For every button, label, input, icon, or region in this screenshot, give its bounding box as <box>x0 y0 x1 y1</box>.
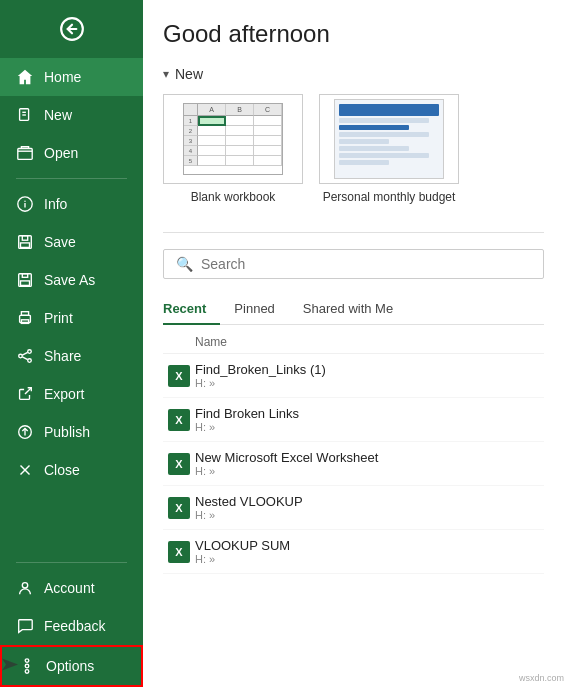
divider-top <box>16 178 127 179</box>
tab-pinned[interactable]: Pinned <box>234 295 288 324</box>
file-name-col-header: Name <box>195 335 544 349</box>
file-item-3[interactable]: New Microsoft Excel Worksheet H: » <box>163 442 544 486</box>
svg-rect-17 <box>21 320 28 324</box>
sidebar-item-options[interactable]: Options <box>0 645 143 687</box>
open-icon <box>16 144 34 162</box>
svg-point-20 <box>19 354 23 358</box>
sidebar-item-publish[interactable]: Publish <box>0 413 143 451</box>
sidebar-item-account-label: Account <box>44 580 95 596</box>
file-excel-icon-5 <box>163 541 195 563</box>
svg-point-19 <box>28 359 32 363</box>
template-budget-label: Personal monthly budget <box>323 190 456 204</box>
sidebar-item-options-label: Options <box>46 658 94 674</box>
svg-rect-5 <box>18 149 32 160</box>
budget-thumb <box>319 94 459 184</box>
budget-header-bar <box>339 104 439 116</box>
svg-line-22 <box>22 357 27 360</box>
file-name-1: Find_Broken_Links (1) <box>195 362 544 377</box>
sidebar-item-open[interactable]: Open <box>0 134 143 172</box>
file-path-4: H: » <box>195 509 544 521</box>
svg-point-29 <box>25 664 29 668</box>
template-blank[interactable]: A B C 1 2 <box>163 94 303 204</box>
templates-row: A B C 1 2 <box>163 94 544 204</box>
sidebar-item-account[interactable]: Account <box>0 569 143 607</box>
feedback-icon <box>16 617 34 635</box>
sidebar-item-publish-label: Publish <box>44 424 90 440</box>
file-name-4: Nested VLOOKUP <box>195 494 544 509</box>
save-icon <box>16 233 34 251</box>
sidebar-item-new-label: New <box>44 107 72 123</box>
excel-icon <box>168 453 190 475</box>
watermark: wsxdn.com <box>519 673 564 683</box>
template-budget[interactable]: Personal monthly budget <box>319 94 459 204</box>
file-item-1[interactable]: Find_Broken_Links (1) H: » <box>163 354 544 398</box>
sidebar-item-open-label: Open <box>44 145 78 161</box>
svg-line-23 <box>25 388 31 394</box>
svg-rect-13 <box>22 274 27 278</box>
sidebar-item-save[interactable]: Save <box>0 223 143 261</box>
sidebar-item-close[interactable]: Close <box>0 451 143 489</box>
sidebar-item-print[interactable]: Print <box>0 299 143 337</box>
file-excel-icon-4 <box>163 497 195 519</box>
sidebar: Home New Open Info Save Save As Print Sh… <box>0 0 143 687</box>
divider-bottom <box>16 562 127 563</box>
share-icon <box>16 347 34 365</box>
sidebar-item-close-label: Close <box>44 462 80 478</box>
svg-point-30 <box>25 659 29 663</box>
sidebar-item-share-label: Share <box>44 348 81 364</box>
file-path-5: H: » <box>195 553 544 565</box>
new-section-header[interactable]: ▾ New <box>163 66 544 82</box>
page-title: Good afternoon <box>163 20 544 48</box>
home-icon <box>16 68 34 86</box>
budget-visual <box>334 99 444 179</box>
tabs-row: Recent Pinned Shared with Me <box>163 295 544 325</box>
chevron-down-icon: ▾ <box>163 67 169 81</box>
excel-icon <box>168 409 190 431</box>
sidebar-item-share[interactable]: Share <box>0 337 143 375</box>
sidebar-item-feedback[interactable]: Feedback <box>0 607 143 645</box>
svg-rect-10 <box>22 236 27 241</box>
file-path-2: H: » <box>195 421 544 433</box>
svg-rect-16 <box>21 312 28 316</box>
excel-icon <box>168 541 190 563</box>
file-info-5: VLOOKUP SUM H: » <box>195 538 544 565</box>
file-info-1: Find_Broken_Links (1) H: » <box>195 362 544 389</box>
search-bar[interactable]: 🔍 <box>163 249 544 279</box>
publish-icon <box>16 423 34 441</box>
close-icon <box>16 461 34 479</box>
print-icon <box>16 309 34 327</box>
sidebar-item-info[interactable]: Info <box>0 185 143 223</box>
sidebar-item-print-label: Print <box>44 310 73 326</box>
new-section-label: New <box>175 66 203 82</box>
svg-rect-14 <box>21 281 30 286</box>
file-list-header: Name <box>163 329 544 354</box>
save-as-icon <box>16 271 34 289</box>
sidebar-item-home-label: Home <box>44 69 81 85</box>
file-item-2[interactable]: Find Broken Links H: » <box>163 398 544 442</box>
sidebar-item-new[interactable]: New <box>0 96 143 134</box>
sidebar-item-save-as[interactable]: Save As <box>0 261 143 299</box>
mini-grid: A B C 1 2 <box>183 103 283 175</box>
sidebar-item-save-as-label: Save As <box>44 272 95 288</box>
template-blank-label: Blank workbook <box>191 190 276 204</box>
svg-point-8 <box>24 201 25 202</box>
search-icon: 🔍 <box>176 256 193 272</box>
sidebar-item-save-label: Save <box>44 234 76 250</box>
back-button[interactable] <box>0 0 143 58</box>
new-icon <box>16 106 34 124</box>
file-name-3: New Microsoft Excel Worksheet <box>195 450 544 465</box>
export-icon <box>16 385 34 403</box>
svg-rect-11 <box>21 243 30 248</box>
sidebar-item-export[interactable]: Export <box>0 375 143 413</box>
tab-shared[interactable]: Shared with Me <box>303 295 407 324</box>
file-info-4: Nested VLOOKUP H: » <box>195 494 544 521</box>
search-input[interactable] <box>201 256 531 272</box>
svg-point-18 <box>28 350 32 354</box>
file-item-5[interactable]: VLOOKUP SUM H: » <box>163 530 544 574</box>
file-item-4[interactable]: Nested VLOOKUP H: » <box>163 486 544 530</box>
sidebar-item-home[interactable]: Home <box>0 58 143 96</box>
excel-icon <box>168 497 190 519</box>
tab-recent[interactable]: Recent <box>163 295 220 324</box>
section-divider <box>163 232 544 233</box>
sidebar-item-export-label: Export <box>44 386 84 402</box>
